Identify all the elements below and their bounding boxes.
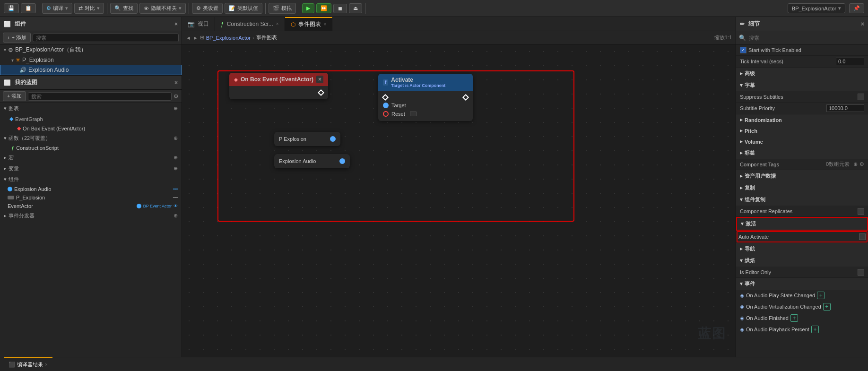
p-exp-out-pin[interactable] bbox=[330, 136, 336, 142]
copy-section-header[interactable]: ▸ 复制 bbox=[736, 182, 868, 194]
reset-pin[interactable] bbox=[383, 111, 389, 117]
blueprint-close-btn[interactable]: × bbox=[174, 79, 178, 86]
p-explosion-var[interactable]: P_Explosion ━━ bbox=[0, 193, 182, 202]
tab-construction[interactable]: ƒ Construction Scr... × bbox=[215, 17, 285, 31]
ed-add-icon[interactable]: ⊕ bbox=[174, 213, 178, 219]
class-defaults-button[interactable]: 📝 类默认值 bbox=[225, 3, 262, 14]
var-add-icon[interactable]: ⊕ bbox=[174, 165, 178, 172]
exec-out-pin[interactable] bbox=[318, 89, 324, 96]
macros-section[interactable]: ▸ 宏 ⊕ bbox=[0, 152, 182, 163]
step-button[interactable]: ⏩ bbox=[316, 3, 331, 13]
tab-event-graph[interactable]: ⬡ 事件图表 × bbox=[285, 17, 333, 31]
tags-section-header[interactable]: ▸ 标签 bbox=[736, 147, 868, 159]
event-graph-close-btn[interactable]: × bbox=[324, 22, 327, 27]
functions-section[interactable]: ▾ 函数（22可覆盖） ⊕ bbox=[0, 133, 182, 144]
add-event-4-btn[interactable]: + bbox=[811, 326, 819, 333]
compiler-results-tab[interactable]: ⬛ 编译器结果 × bbox=[4, 357, 52, 371]
comp-tags-add-icon[interactable]: ⊕ bbox=[853, 161, 858, 167]
diff-button[interactable]: ⇄ 对比 ▾ bbox=[74, 3, 104, 14]
hide-button[interactable]: 👁 隐藏不相关 ▾ bbox=[139, 3, 186, 14]
compiler-close-btn[interactable]: × bbox=[45, 362, 48, 367]
construction-close-btn[interactable]: × bbox=[276, 21, 279, 26]
components-close-btn[interactable]: × bbox=[174, 21, 178, 27]
pitch-section-header[interactable]: ▸ Pitch bbox=[736, 125, 868, 136]
add-blueprint-button[interactable]: + 添加 bbox=[3, 91, 26, 101]
p-explosion-node[interactable]: P Explosion bbox=[274, 132, 340, 146]
exp-audio-out-pin[interactable] bbox=[339, 158, 345, 164]
tree-item-p-explosion[interactable]: ▾ ✳ P_Explosion bbox=[0, 55, 182, 65]
construction-script-item[interactable]: ƒ ConstructionScript bbox=[0, 144, 182, 152]
graph-section[interactable]: ▾ 图表 ⊕ bbox=[0, 103, 182, 114]
node-close[interactable]: × bbox=[316, 76, 323, 83]
eventgraph-item[interactable]: ◆ EventGraph bbox=[2, 114, 180, 124]
is-editor-only-checkbox[interactable] bbox=[858, 269, 864, 276]
nav-forward-btn[interactable]: ► bbox=[193, 35, 198, 41]
settings-icon-btn[interactable]: ⚙ bbox=[174, 93, 179, 100]
component-copy-header[interactable]: ▾ 组件复制 bbox=[736, 194, 868, 206]
save-button[interactable]: 💾 bbox=[4, 3, 19, 13]
graph-add-icon[interactable]: ⊕ bbox=[174, 105, 178, 112]
details-search-input[interactable] bbox=[746, 34, 865, 42]
add-event-3-btn[interactable]: + bbox=[790, 314, 798, 322]
zoom-fit-btn[interactable]: ⊞ bbox=[200, 35, 204, 41]
tick-interval-input[interactable] bbox=[836, 58, 864, 65]
components-search-input[interactable] bbox=[33, 34, 179, 42]
event-actor-var[interactable]: EventActor BP Event Actor 👁 bbox=[0, 202, 182, 210]
target-pin[interactable] bbox=[383, 103, 389, 108]
explosion-audio-node[interactable]: Explosion Audio bbox=[274, 154, 350, 168]
exec-in-pin[interactable] bbox=[382, 94, 389, 101]
start-tick-checkbox[interactable] bbox=[740, 47, 746, 53]
tab-viewport[interactable]: 📷 视口 bbox=[182, 17, 215, 31]
func-add-icon[interactable]: ⊕ bbox=[174, 135, 178, 141]
activate-node[interactable]: f Activate Target is Actor Component Ta bbox=[378, 74, 473, 121]
randomization-section-header[interactable]: ▸ Randomization bbox=[736, 114, 868, 125]
auto-activate-checkbox[interactable] bbox=[859, 233, 866, 240]
exec-out-pin2[interactable] bbox=[462, 94, 469, 101]
nav-arrow: ▸ bbox=[740, 246, 743, 252]
details-close-btn[interactable]: × bbox=[861, 21, 864, 27]
subtitle-priority-input[interactable] bbox=[826, 104, 864, 112]
play-button[interactable]: ▶ bbox=[302, 3, 314, 13]
cooking-section-header[interactable]: ▾ 烘焙 bbox=[736, 255, 868, 267]
blueprint-search-input[interactable] bbox=[28, 92, 172, 101]
compile-button[interactable]: ⚙ 编译 ▾ bbox=[42, 3, 72, 14]
actor-icon-btn[interactable]: 📌 bbox=[849, 3, 864, 13]
eject-button[interactable]: ⏏ bbox=[349, 3, 362, 13]
event-dispatchers-section[interactable]: ▸ 事件分发器 ⊕ bbox=[0, 210, 182, 221]
class-settings-button[interactable]: ⚙ 类设置 bbox=[192, 3, 223, 14]
actor-dropdown[interactable]: BP_ExplosionActor ▾ bbox=[788, 3, 845, 13]
breadcrumb-root[interactable]: BP_ExplosionActor bbox=[206, 35, 251, 41]
volume-section-header[interactable]: ▸ Volume bbox=[736, 136, 868, 147]
add-event-1-btn[interactable]: + bbox=[817, 292, 825, 299]
comp-tags-settings-icon[interactable]: ⚙ bbox=[859, 161, 864, 167]
find-button[interactable]: 🔍 查找 bbox=[110, 3, 138, 14]
stop-button[interactable]: ⏹ bbox=[333, 4, 347, 13]
simulate-button[interactable]: 🎬 模拟 bbox=[269, 3, 296, 14]
component-replicates-checkbox[interactable] bbox=[858, 208, 864, 215]
blueprint-canvas[interactable]: ◆ On Box Event (EventActor) × f Activate bbox=[182, 44, 736, 357]
tree-item-explosion-audio[interactable]: 🔊 Explosion Audio bbox=[0, 65, 182, 75]
activate-section-header[interactable]: ▾ 激活 bbox=[736, 217, 868, 231]
tree-item-root[interactable]: ▾ ⚙ BP_ExplosionActor（自我） bbox=[0, 44, 182, 55]
asset-user-data-header[interactable]: ▸ 资产用户数据 bbox=[736, 170, 868, 182]
add-component-button[interactable]: + + 添加 bbox=[3, 33, 31, 43]
target-row: Target bbox=[383, 101, 468, 110]
add-event-2-btn[interactable]: + bbox=[823, 303, 831, 311]
subtitles-section-header[interactable]: ▾ 字幕 bbox=[736, 79, 868, 91]
on-box-event-item[interactable]: ◆ On Box Event (EventActor) bbox=[2, 124, 180, 133]
macro-add-icon[interactable]: ⊕ bbox=[174, 155, 178, 161]
functions-label: 函数（22可覆盖） bbox=[9, 135, 51, 142]
view-button[interactable]: 📋 bbox=[21, 3, 36, 13]
suppress-subtitles-checkbox[interactable] bbox=[858, 94, 864, 100]
components-section[interactable]: ▾ 组件 bbox=[0, 174, 182, 185]
eye-icon[interactable]: 👁 bbox=[174, 204, 178, 208]
nav-back-btn[interactable]: ◄ bbox=[186, 35, 191, 41]
explosion-audio-var[interactable]: Explosion Audio ━━ bbox=[0, 185, 182, 193]
on-box-event-node[interactable]: ◆ On Box Event (EventActor) × bbox=[229, 73, 328, 99]
tick-interval-label: Tick Interval (secs) bbox=[740, 59, 834, 64]
reset-checkbox[interactable] bbox=[410, 112, 417, 116]
events-section-header[interactable]: ▾ 事件 bbox=[736, 278, 868, 290]
navigation-section-header[interactable]: ▸ 导航 bbox=[736, 243, 868, 255]
advanced-section-header[interactable]: ▸ 高级 bbox=[736, 68, 868, 79]
variables-section[interactable]: ▸ 变量 ⊕ bbox=[0, 163, 182, 174]
